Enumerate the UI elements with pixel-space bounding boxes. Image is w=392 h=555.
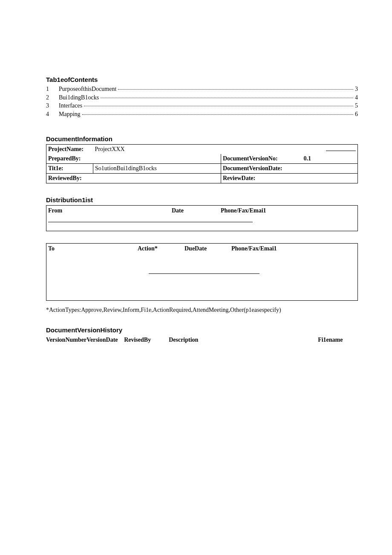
header-action: Action* <box>138 245 184 252</box>
underline-field <box>326 146 356 151</box>
toc-page: 6 <box>354 110 358 119</box>
toc-num: 4 <box>46 110 59 119</box>
toc-row: 4 Mapping 6 <box>46 110 358 119</box>
header-due: DueDate <box>184 245 231 252</box>
header-date: Date <box>172 207 221 214</box>
header-filename: Fi1ename <box>318 336 358 344</box>
value-project-name: ProjectXXX <box>93 145 221 154</box>
toc-leader-dots <box>82 114 353 115</box>
toc-heading: Tab1eofContents <box>46 76 358 83</box>
document-information-section: DocumentInformation ProjectName: Project… <box>46 135 358 183</box>
version-history-heading: DocumentVersionHistory <box>46 326 358 334</box>
version-history-header-row: VersionNumber VersionDate RevisedBy Desc… <box>46 336 358 344</box>
header-from: From <box>48 207 172 214</box>
header-phone: Phone/Fax/Emai1 <box>231 245 356 252</box>
toc-row: 1 PurposeofthisDocument 3 <box>46 85 358 93</box>
table-header-row: From Date Phone/Fax/Emai1 <box>46 206 357 214</box>
toc-num: 3 <box>46 102 59 110</box>
label-reviewed-by: ReviewedBy: <box>46 174 221 183</box>
label-doc-version-no: DocumentVersionNo: <box>221 154 302 164</box>
docinfo-table: ProjectName: ProjectXXX PreparedBy: Docu… <box>46 144 358 183</box>
header-description: Description <box>169 336 318 344</box>
toc-page: 5 <box>354 102 358 110</box>
header-phone: Phone/Fax/Emai1 <box>221 207 356 214</box>
label-project-name: ProjectName: <box>46 145 93 154</box>
toc-page: 4 <box>354 93 358 102</box>
toc-page: 3 <box>354 85 358 93</box>
toc-title: Mapping <box>59 110 81 119</box>
label-review-date: ReviewDate: <box>221 174 358 183</box>
value-title: So1utionBui1dingB1ocks <box>93 164 221 174</box>
toc-title: PurposeofthisDocument <box>59 85 117 93</box>
header-version-date: VersionDate <box>86 336 124 344</box>
header-version-number: VersionNumber <box>46 336 86 344</box>
toc-leader-dots <box>101 98 353 98</box>
toc-num: 2 <box>46 93 59 102</box>
toc-title: Interfaces <box>59 102 83 110</box>
value-doc-version-no: 0.1 <box>302 154 358 164</box>
table-of-contents: Tab1eofContents 1 PurposeofthisDocument … <box>46 76 358 118</box>
action-types-footnote: *ActionTypes:Approve,Review,Inform,Fi1e,… <box>46 307 358 314</box>
from-table: From Date Phone/Fax/Emai1 <box>46 205 358 231</box>
header-revised-by: RevisedBy <box>124 336 169 344</box>
empty-cell <box>221 145 302 154</box>
spacer <box>46 274 357 300</box>
header-to: To <box>48 245 138 252</box>
table-row: PreparedBy: DocumentVersionNo: 0.1 <box>46 154 358 164</box>
toc-leader-dots <box>118 89 353 90</box>
toc-leader-dots <box>84 106 353 106</box>
table-row: ProjectName: ProjectXXX <box>46 145 358 154</box>
table-row: ReviewedBy: ReviewDate: <box>46 174 358 183</box>
spacer <box>46 222 357 231</box>
toc-title: Bui1dingB1ocks <box>59 93 100 102</box>
label-doc-version-date: DocumentVersionDate: <box>221 164 358 174</box>
document-page: Tab1eofContents 1 PurposeofthisDocument … <box>0 0 392 386</box>
table-header-row: To Action* DueDate Phone/Fax/Emai1 <box>46 244 357 252</box>
toc-row: 3 Interfaces 5 <box>46 102 358 110</box>
toc-num: 1 <box>46 85 59 93</box>
label-title: Tit1e: <box>46 164 93 174</box>
to-table: To Action* DueDate Phone/Fax/Emai1 <box>46 243 358 301</box>
label-prepared-by: PreparedBy: <box>46 154 221 164</box>
version-history-section: DocumentVersionHistory VersionNumber Ver… <box>46 326 358 344</box>
distribution-heading: Distribution1ist <box>46 196 358 203</box>
underline-cell <box>302 145 358 154</box>
table-row: Tit1e: So1utionBui1dingB1ocks DocumentVe… <box>46 164 358 174</box>
toc-row: 2 Bui1dingB1ocks 4 <box>46 93 358 102</box>
toc-list: 1 PurposeofthisDocument 3 2 Bui1dingB1oc… <box>46 85 358 118</box>
distribution-list-section: Distribution1ist From Date Phone/Fax/Ema… <box>46 196 358 314</box>
docinfo-heading: DocumentInformation <box>46 135 358 142</box>
